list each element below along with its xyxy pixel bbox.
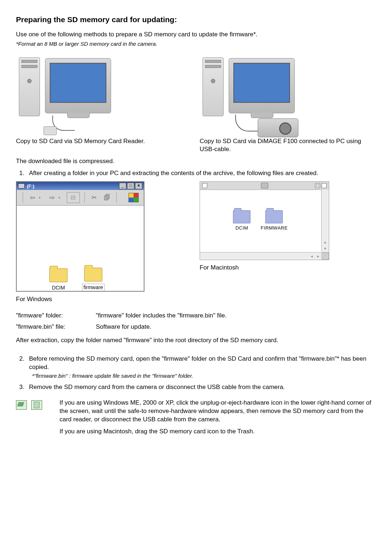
scroll-left-icon[interactable]: ◂ xyxy=(309,252,315,260)
scroll-up-icon[interactable]: ▴ xyxy=(322,239,329,245)
step-3: Remove the SD memory card from the camer… xyxy=(26,383,376,392)
mac-collapse-button[interactable] xyxy=(322,183,327,188)
minimize-button[interactable]: _ xyxy=(119,183,126,189)
scroll-down-icon[interactable]: ▾ xyxy=(322,245,329,252)
folder-label: firmware xyxy=(82,284,105,291)
folder-label: DCIM xyxy=(236,225,248,231)
folder-dcim[interactable]: DCIM xyxy=(49,268,68,291)
step-2-text: Before removing the SD memory card, open… xyxy=(29,355,366,370)
eject-hardware-icon xyxy=(16,400,27,410)
folder-firmware[interactable]: firmware xyxy=(82,268,105,291)
folder-icon xyxy=(233,210,250,223)
caption-sd-reader: Copy to SD Card via SD Memory Card Reade… xyxy=(16,137,192,146)
after-extraction: After extraction, copy the folder named … xyxy=(16,336,376,345)
up-folder-icon[interactable]: ⮹ xyxy=(67,192,80,203)
safe-remove-icon xyxy=(31,400,42,410)
horizontal-scrollbar[interactable]: ◂ ▸ xyxy=(200,252,329,260)
folder-icon xyxy=(84,268,102,281)
folder-icon xyxy=(265,210,283,223)
step-2-footnote: *"firmware.bin" : firmware update file s… xyxy=(29,372,376,380)
illustration-pc-reader xyxy=(16,54,125,134)
mac-folder-firmware[interactable]: FIRMWARE xyxy=(261,210,287,231)
resize-grip-icon[interactable] xyxy=(322,252,329,260)
caption-usb-camera: Copy to SD Card via DiMAGE F100 connecte… xyxy=(200,137,376,154)
windows-tray-instructions: If you are using Windows ME, 2000 or XP,… xyxy=(60,399,376,424)
os-caption-windows: For Windows xyxy=(16,295,192,304)
drive-icon xyxy=(18,183,25,189)
folder-label: FIRMWARE xyxy=(261,225,287,231)
cut-icon[interactable]: ✂ xyxy=(89,193,99,202)
mac-trash-instructions: If you are using Macintosh, drag the SD … xyxy=(60,428,376,436)
def-key: "firmware.bin" file: xyxy=(16,321,96,333)
folder-label: DCIM xyxy=(52,284,65,291)
windows-explorer-window: (F:) _ □ × ⇦ ⇨ ⮹ ✂ 🗐 xyxy=(16,181,144,292)
maximize-button[interactable]: □ xyxy=(127,183,134,189)
vertical-scrollbar[interactable]: ▴ ▾ xyxy=(321,190,329,252)
mac-finder-window: DCIM FIRMWARE ▴ ▾ ◂ ▸ xyxy=(200,181,329,260)
back-icon[interactable]: ⇦ xyxy=(28,193,37,202)
forward-icon[interactable]: ⇨ xyxy=(47,193,57,202)
os-caption-mac: For Macintosh xyxy=(200,264,376,272)
intro-footnote: *Format an 8 MB or larger SD memory card… xyxy=(16,40,376,48)
intro-line: Use one of the following methods to prep… xyxy=(16,31,257,38)
copy-icon[interactable]: 🗐 xyxy=(102,193,112,202)
windows-flag-icon xyxy=(128,193,139,202)
scroll-right-icon[interactable]: ▸ xyxy=(315,252,322,260)
intro-text: Use one of the following methods to prep… xyxy=(16,31,376,48)
definitions-table: "firmware" folder: "firmware" folder inc… xyxy=(16,310,227,333)
def-val: Software for update. xyxy=(96,321,227,333)
page-title: Preparing the SD memory card for updatin… xyxy=(16,15,376,25)
step-1: After creating a folder in your PC and e… xyxy=(26,169,376,178)
compressed-note: The downloaded file is compressed. xyxy=(16,157,376,166)
def-val: "firmware" folder includes the "firmware… xyxy=(96,310,227,321)
mac-folder-dcim[interactable]: DCIM xyxy=(233,210,250,231)
folder-icon xyxy=(49,268,68,282)
mac-title-icon xyxy=(261,183,268,189)
mac-close-button[interactable] xyxy=(202,183,207,188)
illustration-pc-camera xyxy=(200,54,309,134)
close-button[interactable]: × xyxy=(135,183,142,189)
mac-zoom-button[interactable] xyxy=(315,183,320,188)
window-title: (F:) xyxy=(27,183,34,190)
step-2: Before removing the SD memory card, open… xyxy=(26,355,376,380)
